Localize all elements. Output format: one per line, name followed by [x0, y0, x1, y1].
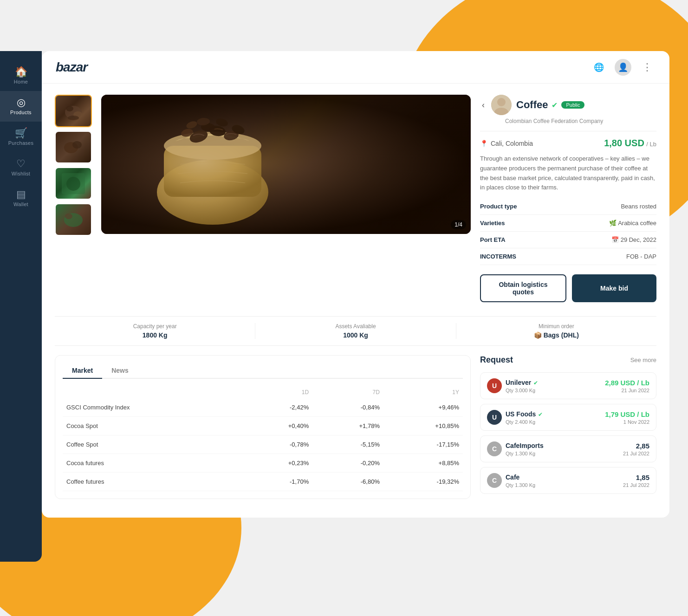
- requester-avatar: U: [487, 410, 502, 425]
- requester-avatar: C: [487, 441, 502, 456]
- svg-point-1: [66, 106, 73, 111]
- requester-info: U US Foods ✔ Qty 2.400 Kg: [487, 410, 543, 425]
- requester-info: C CafeImports Qty 1.300 Kg: [487, 441, 544, 456]
- wallet-icon: ▤: [16, 189, 26, 200]
- see-more-link[interactable]: See more: [630, 357, 656, 363]
- thumbnail-1[interactable]: [55, 95, 92, 127]
- svg-point-5: [72, 141, 82, 149]
- stat-capacity: Capacity per year 1800 Kg: [55, 323, 255, 339]
- user-avatar-button[interactable]: 👤: [615, 59, 631, 76]
- request-card: U US Foods ✔ Qty 2.400 Kg 1,79 USD / Lb …: [480, 404, 656, 431]
- svg-point-23: [497, 98, 506, 106]
- spec-row-varieties: Varieties 🌿 Arabica coffee: [480, 215, 656, 232]
- request-list: U Unilever ✔ Qty 3.000 Kg 2,89 USD / Lb …: [480, 372, 656, 494]
- spec-row-incoterms: INCOTERMS FOB - DAP: [480, 248, 656, 265]
- stat-assets: Assets Avaliable 1000 Kg: [255, 323, 456, 339]
- stat-capacity-label: Capacity per year: [55, 323, 255, 330]
- sidebar-item-wishlist[interactable]: ♡ Wishlist: [0, 152, 42, 183]
- main-content: 1/4 ‹ Coffee ✔ Public: [42, 84, 669, 518]
- app-header: bazar 🌐 👤 ⋮: [42, 51, 669, 84]
- globe-button[interactable]: 🌐: [591, 59, 607, 76]
- request-price: 2,89 USD / Lb: [605, 379, 649, 387]
- sidebar-item-purchases[interactable]: 🛒 Purchases: [0, 122, 42, 152]
- market-row-y1: +10,85%: [383, 417, 463, 435]
- requester-name: Cafe: [506, 473, 519, 481]
- make-bid-button[interactable]: Make bid: [572, 274, 656, 302]
- svg-point-12: [164, 132, 261, 160]
- public-badge: Public: [561, 101, 584, 109]
- market-row-y1: -19,32%: [383, 473, 463, 491]
- requester-avatar: U: [487, 378, 502, 393]
- sidebar-item-products[interactable]: ◎ Products: [0, 91, 42, 122]
- market-row-d1: -2,42%: [241, 398, 312, 417]
- market-row-y1: +9,46%: [383, 398, 463, 417]
- sidebar-item-wallet[interactable]: ▤ Wallet: [0, 183, 42, 214]
- requester-name: Unilever: [506, 379, 531, 386]
- product-header: ‹ Coffee ✔ Public: [480, 95, 656, 115]
- requester-qty: Qty 3.000 Kg: [506, 388, 538, 393]
- spec-label-varieties: Varieties: [480, 215, 558, 232]
- spec-label-type: Product type: [480, 198, 558, 215]
- tab-news[interactable]: News: [102, 363, 138, 379]
- product-description: Through an extensive network of cooperat…: [480, 154, 656, 193]
- product-price-unit: / Lb: [646, 141, 656, 148]
- market-table: 1D 7D 1Y GSCI Commodity Index -2,42% -0,…: [63, 386, 463, 491]
- requester-info: U Unilever ✔ Qty 3.000 Kg: [487, 378, 538, 393]
- logistics-quotes-button[interactable]: Obtain logistics quotes: [480, 274, 566, 302]
- request-row: C Cafe Qty 1.300 Kg 1,85 21 Jul 2022: [487, 473, 649, 488]
- location-price-row: 📍 Cali, Colombia 1,80 USD / Lb: [480, 138, 656, 149]
- sidebar-label-purchases: Purchases: [8, 140, 34, 146]
- back-button[interactable]: ‹: [480, 98, 487, 112]
- divider-1: [480, 131, 656, 131]
- market-row-d7: -6,80%: [312, 473, 383, 491]
- sidebar-item-home[interactable]: 🏠 Home: [0, 60, 42, 91]
- home-icon: 🏠: [15, 67, 27, 77]
- market-row-name: GSCI Commodity Index: [63, 398, 241, 417]
- spec-row-eta: Port ETA 📅 29 Dec, 2022: [480, 232, 656, 248]
- location-icon: 📍: [480, 140, 488, 147]
- market-tabs: Market News: [63, 363, 463, 379]
- col-name: [63, 386, 241, 398]
- request-date: 21 Jul 2022: [623, 482, 649, 488]
- product-stats-row: Capacity per year 1800 Kg Assets Avaliab…: [55, 316, 656, 346]
- thumbnail-3[interactable]: [55, 167, 92, 200]
- verified-check: ✔: [533, 380, 538, 386]
- request-row: C CafeImports Qty 1.300 Kg 2,85 21 Jul 2…: [487, 441, 649, 456]
- seller-avatar-image: [491, 95, 512, 115]
- location-text: Cali, Colombia: [491, 140, 533, 147]
- request-date: 1 Nov 2022: [605, 419, 649, 425]
- seller-avatar: [491, 95, 512, 115]
- market-row-d1: -0,78%: [241, 435, 312, 454]
- market-table-row: Coffee Spot -0,78% -5,15% -17,15%: [63, 435, 463, 454]
- market-row-name: Cocoa futures: [63, 454, 241, 473]
- request-title: Request: [480, 355, 513, 365]
- request-date: 21 Jun 2022: [605, 388, 649, 393]
- market-table-row: GSCI Commodity Index -2,42% -0,84% +9,46…: [63, 398, 463, 417]
- requester-info: C Cafe Qty 1.300 Kg: [487, 473, 535, 488]
- bottom-section: Market News 1D 7D 1Y GSCI Commodity Inde…: [55, 355, 656, 499]
- market-row-d1: -1,70%: [241, 473, 312, 491]
- svg-point-21: [185, 120, 198, 130]
- spec-value-varieties: 🌿 Arabica coffee: [558, 215, 656, 232]
- stat-minorder-label: Minimun order: [456, 323, 656, 330]
- stat-minorder-value: 📦 Bags (DHL): [456, 331, 656, 339]
- spec-value-incoterms: FOB - DAP: [558, 248, 656, 265]
- specs-table: Product type Beans rosted Varieties 🌿 Ar…: [480, 198, 656, 265]
- spec-value-eta: 📅 29 Dec, 2022: [558, 232, 656, 248]
- svg-point-3: [68, 116, 79, 120]
- stat-minorder: Minimun order 📦 Bags (DHL): [456, 323, 656, 339]
- sidebar: 🏠 Home ◎ Products 🛒 Purchases ♡ Wishlist…: [0, 51, 42, 562]
- market-row-y1: +8,85%: [383, 454, 463, 473]
- request-price-area: 1,79 USD / Lb 1 Nov 2022: [605, 410, 649, 425]
- tab-market[interactable]: Market: [63, 363, 102, 379]
- col-1d: 1D: [241, 386, 312, 398]
- more-menu-button[interactable]: ⋮: [639, 59, 656, 76]
- requester-qty: Qty 1.300 Kg: [506, 451, 544, 456]
- header-icons: 🌐 👤 ⋮: [591, 59, 656, 76]
- wishlist-icon: ♡: [16, 159, 26, 169]
- thumbnail-2[interactable]: [55, 131, 92, 163]
- products-icon: ◎: [17, 97, 26, 108]
- market-row-d7: -0,20%: [312, 454, 383, 473]
- requester-details: US Foods ✔ Qty 2.400 Kg: [506, 410, 543, 425]
- thumbnail-4[interactable]: [55, 203, 92, 236]
